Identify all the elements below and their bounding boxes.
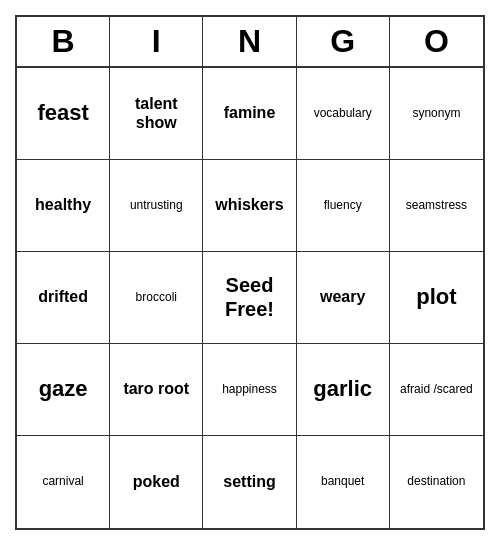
header-letter: N bbox=[203, 17, 296, 66]
cell-text: carnival bbox=[42, 474, 83, 488]
bingo-cell: poked bbox=[110, 436, 203, 528]
cell-text: Seed Free! bbox=[207, 273, 291, 321]
bingo-cell: Seed Free! bbox=[203, 252, 296, 344]
bingo-cell: plot bbox=[390, 252, 483, 344]
bingo-cell: synonym bbox=[390, 68, 483, 160]
cell-text: setting bbox=[223, 472, 275, 491]
cell-text: broccoli bbox=[136, 290, 177, 304]
bingo-cell: famine bbox=[203, 68, 296, 160]
bingo-cell: feast bbox=[17, 68, 110, 160]
bingo-cell: untrusting bbox=[110, 160, 203, 252]
cell-text: whiskers bbox=[215, 195, 283, 214]
bingo-cell: afraid /scared bbox=[390, 344, 483, 436]
bingo-cell: setting bbox=[203, 436, 296, 528]
cell-text: weary bbox=[320, 287, 365, 306]
cell-text: happiness bbox=[222, 382, 277, 396]
bingo-cell: whiskers bbox=[203, 160, 296, 252]
bingo-cell: talent show bbox=[110, 68, 203, 160]
bingo-cell: seamstress bbox=[390, 160, 483, 252]
cell-text: seamstress bbox=[406, 198, 467, 212]
cell-text: vocabulary bbox=[314, 106, 372, 120]
bingo-cell: destination bbox=[390, 436, 483, 528]
bingo-cell: happiness bbox=[203, 344, 296, 436]
header-letter: B bbox=[17, 17, 110, 66]
bingo-cell: weary bbox=[297, 252, 390, 344]
header-letter: G bbox=[297, 17, 390, 66]
cell-text: gaze bbox=[39, 376, 88, 402]
bingo-header: BINGO bbox=[17, 17, 483, 68]
cell-text: taro root bbox=[123, 379, 189, 398]
header-letter: O bbox=[390, 17, 483, 66]
bingo-cell: gaze bbox=[17, 344, 110, 436]
header-letter: I bbox=[110, 17, 203, 66]
cell-text: feast bbox=[37, 100, 88, 126]
bingo-cell: banquet bbox=[297, 436, 390, 528]
bingo-cell: taro root bbox=[110, 344, 203, 436]
bingo-cell: drifted bbox=[17, 252, 110, 344]
bingo-cell: healthy bbox=[17, 160, 110, 252]
cell-text: healthy bbox=[35, 195, 91, 214]
cell-text: poked bbox=[133, 472, 180, 491]
cell-text: banquet bbox=[321, 474, 364, 488]
cell-text: garlic bbox=[313, 376, 372, 402]
bingo-cell: vocabulary bbox=[297, 68, 390, 160]
cell-text: drifted bbox=[38, 287, 88, 306]
cell-text: plot bbox=[416, 284, 456, 310]
bingo-card: BINGO feasttalent showfaminevocabularysy… bbox=[15, 15, 485, 530]
bingo-cell: fluency bbox=[297, 160, 390, 252]
cell-text: destination bbox=[407, 474, 465, 488]
cell-text: untrusting bbox=[130, 198, 183, 212]
bingo-cell: garlic bbox=[297, 344, 390, 436]
cell-text: talent show bbox=[114, 94, 198, 132]
cell-text: fluency bbox=[324, 198, 362, 212]
bingo-cell: broccoli bbox=[110, 252, 203, 344]
cell-text: synonym bbox=[412, 106, 460, 120]
bingo-grid: feasttalent showfaminevocabularysynonymh… bbox=[17, 68, 483, 528]
cell-text: afraid /scared bbox=[400, 382, 473, 396]
cell-text: famine bbox=[224, 103, 276, 122]
bingo-cell: carnival bbox=[17, 436, 110, 528]
